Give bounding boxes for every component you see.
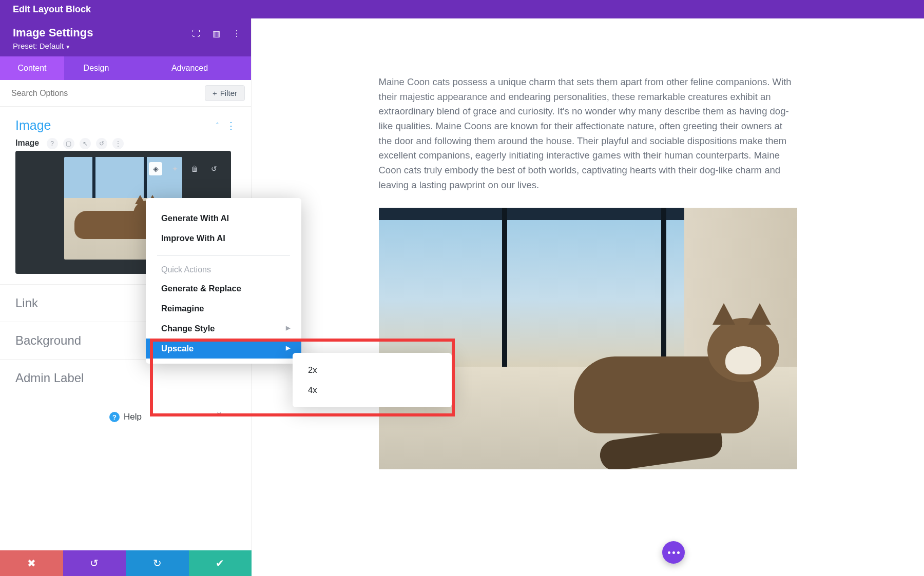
- more-icon[interactable]: ⋮: [233, 29, 241, 38]
- image-field-label: Image: [15, 138, 39, 148]
- tab-content[interactable]: Content: [0, 56, 64, 80]
- page-canvas: Maine Coon cats possess a unique charm t…: [252, 18, 924, 576]
- chevron-down-icon[interactable]: ⌄: [216, 407, 222, 416]
- floating-action-button[interactable]: [662, 541, 685, 564]
- filter-button[interactable]: + Filter: [205, 85, 245, 101]
- chevron-up-icon: ˄: [216, 122, 219, 130]
- columns-icon[interactable]: ▥: [213, 29, 220, 38]
- menu-generate-replace[interactable]: Generate & Replace: [146, 279, 301, 299]
- menu-upscale[interactable]: Upscale: [146, 339, 301, 359]
- save-button[interactable]: ✔: [189, 550, 252, 576]
- plus-icon: +: [213, 89, 217, 97]
- search-input[interactable]: [6, 86, 200, 101]
- undo-icon[interactable]: ↺: [207, 162, 221, 175]
- menu-improve-ai[interactable]: Improve With AI: [146, 228, 301, 248]
- help-link[interactable]: ? Help: [109, 412, 142, 422]
- delete-icon[interactable]: 🗑: [188, 162, 201, 175]
- search-row: + Filter: [0, 80, 251, 107]
- tab-advanced[interactable]: Advanced: [128, 56, 251, 80]
- menu-divider: [157, 255, 290, 256]
- filter-label: Filter: [220, 89, 237, 97]
- upscale-4x[interactable]: 4x: [293, 380, 452, 400]
- help-row: ? Help: [0, 396, 251, 438]
- section-image-title: Image: [15, 118, 51, 133]
- menu-change-style[interactable]: Change Style: [146, 319, 301, 339]
- preset-selector[interactable]: Preset: Default▼: [13, 42, 238, 50]
- focus-icon[interactable]: ⛶: [192, 29, 200, 38]
- menu-reimagine[interactable]: Reimagine: [146, 299, 301, 319]
- article-block: Maine Coon cats possess a unique charm t…: [379, 75, 797, 469]
- help-icon[interactable]: ?: [47, 138, 58, 149]
- ai-icon[interactable]: ◈: [149, 162, 162, 175]
- section-admin-label[interactable]: Admin Label: [0, 359, 251, 396]
- ai-context-menu: Generate With AI Improve With AI Quick A…: [146, 198, 301, 364]
- footer-undo-button[interactable]: ↺: [63, 550, 126, 576]
- article-paragraph: Maine Coon cats possess a unique charm t…: [379, 75, 797, 192]
- footer-actions: ✖ ↺ ↻ ✔: [0, 550, 252, 576]
- menu-generate-ai[interactable]: Generate With AI: [146, 208, 301, 228]
- article-image[interactable]: [379, 208, 797, 469]
- section-more-icon[interactable]: ⋮: [226, 120, 236, 131]
- caret-down-icon: ▼: [65, 44, 70, 50]
- section-image-toggle[interactable]: Image ˄ ⋮: [0, 107, 251, 138]
- reset-icon[interactable]: ↺: [96, 138, 107, 149]
- help-badge-icon: ?: [109, 412, 120, 422]
- preset-label: Preset: Default: [13, 42, 64, 50]
- device-icon[interactable]: ▢: [63, 138, 74, 149]
- upscale-submenu: 2x 4x: [293, 353, 452, 407]
- top-bar-title: Edit Layout Block: [13, 4, 91, 15]
- tab-design[interactable]: Design: [64, 56, 128, 80]
- cursor-icon[interactable]: ↖: [80, 138, 91, 149]
- settings-tabs: Content Design Advanced: [0, 56, 251, 80]
- settings-icon[interactable]: ✦: [168, 162, 182, 175]
- menu-heading-quick: Quick Actions: [146, 263, 301, 279]
- help-label: Help: [124, 412, 142, 422]
- panel-header: Image Settings Preset: Default▼ ⛶ ▥ ⋮: [0, 18, 251, 56]
- footer-redo-button[interactable]: ↻: [126, 550, 189, 576]
- field-more-icon[interactable]: ⋮: [112, 138, 124, 149]
- top-bar: Edit Layout Block: [0, 0, 924, 18]
- upscale-2x[interactable]: 2x: [293, 360, 452, 380]
- close-button[interactable]: ✖: [0, 550, 63, 576]
